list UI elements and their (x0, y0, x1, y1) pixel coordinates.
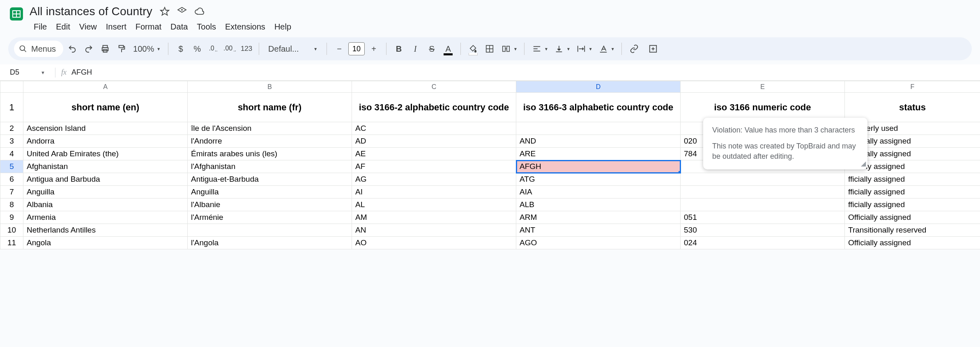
cell-e8[interactable] (681, 199, 845, 211)
col-header-d[interactable]: D (516, 81, 681, 93)
zoom-select[interactable]: 100%▼ (131, 44, 163, 54)
row-header-2[interactable]: 2 (0, 122, 23, 135)
header-cell-d[interactable]: iso 3166-3 alphabetic country code (516, 93, 681, 122)
format-percent-button[interactable]: % (190, 41, 205, 56)
cell-c10[interactable]: AN (352, 224, 516, 237)
cell-c5[interactable]: AF (352, 160, 516, 173)
menu-insert[interactable]: Insert (102, 21, 131, 33)
cell-a9[interactable]: Armenia (23, 211, 188, 224)
cell-a8[interactable]: Albania (23, 199, 188, 211)
format-currency-button[interactable]: $ (173, 41, 188, 56)
row-header-8[interactable]: 8 (0, 199, 23, 211)
cell-f10[interactable]: Transitionally reserved (845, 224, 980, 237)
cell-a3[interactable]: Andorra (23, 135, 188, 148)
document-title[interactable]: All instances of Country (30, 5, 152, 18)
cell-c2[interactable]: AC (352, 122, 516, 135)
row-header-6[interactable]: 6 (0, 173, 23, 186)
cell-d4[interactable]: ARE (516, 148, 681, 160)
merge-dropdown-icon[interactable]: ▼ (513, 47, 519, 51)
increase-fontsize-button[interactable]: + (366, 41, 381, 56)
wrap-dropdown-icon[interactable]: ▼ (589, 47, 594, 51)
menu-data[interactable]: Data (166, 21, 192, 33)
menu-tools[interactable]: Tools (193, 21, 220, 33)
col-header-b[interactable]: B (188, 81, 352, 93)
cell-d2[interactable] (516, 122, 681, 135)
cell-b3[interactable]: l'Andorre (188, 135, 352, 148)
cell-b9[interactable]: l'Arménie (188, 211, 352, 224)
cell-a4[interactable]: United Arab Emirates (the) (23, 148, 188, 160)
cell-a11[interactable]: Angola (23, 237, 188, 249)
cell-a7[interactable]: Anguilla (23, 186, 188, 199)
cell-b4[interactable]: Émirats arabes unis (les) (188, 148, 352, 160)
formula-bar-input[interactable]: AFGH (71, 68, 980, 77)
header-cell-a[interactable]: short name (en) (23, 93, 188, 122)
strikethrough-button[interactable]: S (424, 41, 439, 56)
menu-extensions[interactable]: Extensions (221, 21, 269, 33)
col-header-f[interactable]: F (845, 81, 980, 93)
cell-d3[interactable]: AND (516, 135, 681, 148)
cell-b7[interactable]: Anguilla (188, 186, 352, 199)
cell-e6[interactable] (681, 173, 845, 186)
cell-c11[interactable]: AO (352, 237, 516, 249)
text-wrap-button[interactable] (574, 41, 589, 56)
row-header-11[interactable]: 11 (0, 237, 23, 249)
col-header-a[interactable]: A (23, 81, 188, 93)
header-cell-b[interactable]: short name (fr) (188, 93, 352, 122)
col-header-c[interactable]: C (352, 81, 516, 93)
cell-b2[interactable]: île de l'Ascension (188, 122, 352, 135)
row-header-4[interactable]: 4 (0, 148, 23, 160)
header-cell-c[interactable]: iso 3166-2 alphabetic country code (352, 93, 516, 122)
cell-f7[interactable]: fficially assigned (845, 186, 980, 199)
cell-b10[interactable] (188, 224, 352, 237)
cell-e7[interactable] (681, 186, 845, 199)
cell-c8[interactable]: AL (352, 199, 516, 211)
cell-d6[interactable]: ATG (516, 173, 681, 186)
font-family-select[interactable]: Defaul...▼ (264, 44, 322, 54)
cell-a6[interactable]: Antigua and Barbuda (23, 173, 188, 186)
cell-f11[interactable]: Officially assigned (845, 237, 980, 249)
star-icon[interactable] (160, 7, 170, 16)
sheets-logo-icon[interactable] (8, 3, 25, 25)
redo-button[interactable] (81, 41, 96, 56)
cell-d10[interactable]: ANT (516, 224, 681, 237)
increase-decimal-button[interactable]: .00→ (223, 41, 237, 56)
row-header-3[interactable]: 3 (0, 135, 23, 148)
menu-help[interactable]: Help (270, 21, 295, 33)
cell-c7[interactable]: AI (352, 186, 516, 199)
decrease-fontsize-button[interactable]: − (332, 41, 347, 56)
bold-button[interactable]: B (391, 41, 406, 56)
cell-a2[interactable]: Ascension Island (23, 122, 188, 135)
search-menus-button[interactable]: Menus (14, 41, 63, 57)
more-formats-button[interactable]: 123 (239, 41, 254, 56)
cell-e10[interactable]: 530 (681, 224, 845, 237)
cell-f8[interactable]: fficially assigned (845, 199, 980, 211)
row-header-5[interactable]: 5 (0, 160, 23, 173)
select-all-corner[interactable] (0, 81, 23, 93)
cell-d8[interactable]: ALB (516, 199, 681, 211)
cell-c4[interactable]: AE (352, 148, 516, 160)
cell-d9[interactable]: ARM (516, 211, 681, 224)
name-box-dropdown-icon[interactable]: ▼ (41, 70, 45, 75)
row-header-7[interactable]: 7 (0, 186, 23, 199)
cell-a10[interactable]: Netherlands Antilles (23, 224, 188, 237)
halign-dropdown-icon[interactable]: ▼ (544, 47, 550, 51)
cell-b5[interactable]: l'Afghanistan (188, 160, 352, 173)
insert-more-button[interactable] (646, 41, 660, 56)
text-rotation-button[interactable] (596, 41, 611, 56)
insert-link-button[interactable] (627, 41, 642, 56)
cell-b11[interactable]: l'Angola (188, 237, 352, 249)
menu-view[interactable]: View (75, 21, 101, 33)
cell-d7[interactable]: AIA (516, 186, 681, 199)
valign-dropdown-icon[interactable]: ▼ (566, 47, 572, 51)
cell-a5[interactable]: Afghanistan (23, 160, 188, 173)
undo-button[interactable] (65, 41, 80, 56)
fontsize-input[interactable] (348, 42, 365, 55)
vertical-align-button[interactable] (552, 41, 566, 56)
row-header-9[interactable]: 9 (0, 211, 23, 224)
cell-b6[interactable]: Antigua-et-Barbuda (188, 173, 352, 186)
text-color-button[interactable]: A (441, 41, 455, 56)
merge-cells-button[interactable] (499, 41, 513, 56)
borders-button[interactable] (482, 41, 497, 56)
row-header-10[interactable]: 10 (0, 224, 23, 237)
row-header-1[interactable]: 1 (0, 93, 23, 122)
